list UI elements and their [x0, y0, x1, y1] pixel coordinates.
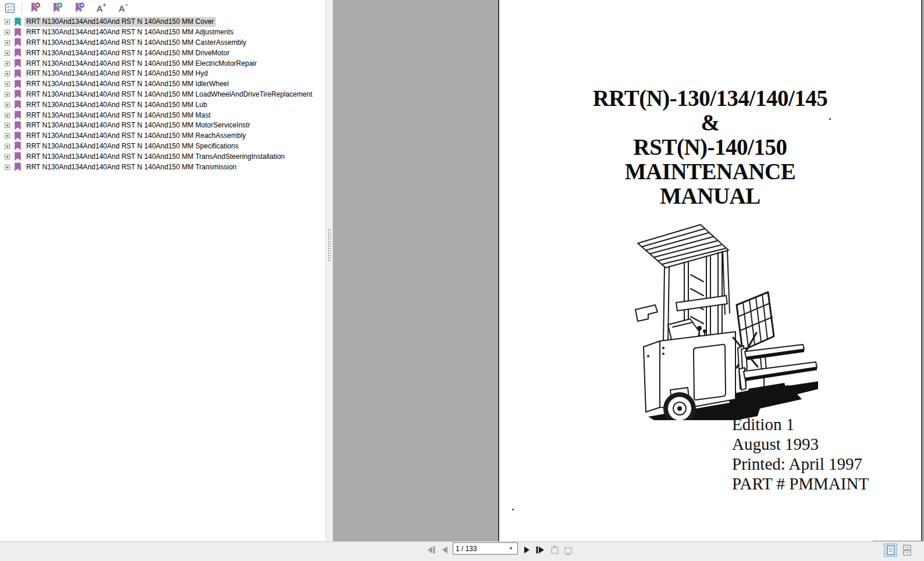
tree-expand-toggle[interactable]: +: [5, 102, 10, 108]
single-page-view-button[interactable]: [884, 544, 897, 557]
tree-expand-toggle[interactable]: +: [5, 165, 10, 170]
bookmark-label: RRT N130And134And140And RST N 140And150 …: [24, 38, 248, 48]
tree-guide: [10, 146, 13, 147]
next-page-button[interactable]: [520, 544, 533, 556]
bookmark-label: RRT N130And134And140And RST N 140And150 …: [24, 141, 240, 151]
tree-expand-toggle[interactable]: +: [5, 154, 10, 159]
bookmark-tree-item[interactable]: + RRT N130And134And140And RST N 140And15…: [0, 110, 325, 120]
bookmark-label: RRT N130And134And140And RST N 140And150 …: [24, 162, 239, 172]
increase-font-icon: A+: [97, 3, 106, 13]
bookmark-tree: + RRT N130And134And140And RST N 140And15…: [0, 17, 325, 541]
add-bookmark-button[interactable]: [49, 1, 65, 15]
bookmark-tree-item[interactable]: + RRT N130And134And140And RST N 140And15…: [0, 120, 325, 131]
bookmark-tree-item[interactable]: + RRT N130And134And140And RST N 140And15…: [0, 141, 325, 152]
document-viewport[interactable]: RRT(N)-130/134/140/145 & RST(N)-140/150 …: [333, 0, 924, 541]
tree-expand-toggle[interactable]: +: [5, 81, 10, 87]
title-line: &: [499, 111, 921, 135]
bookmark-tree-item[interactable]: + RRT N130And134And140And RST N 140And15…: [0, 79, 325, 90]
tree-guide: [10, 42, 13, 43]
bookmark-label: RRT N130And134And140And RST N 140And150 …: [24, 27, 235, 37]
tree-expand-toggle[interactable]: +: [5, 92, 10, 97]
edition-line: Edition 1: [732, 414, 869, 434]
last-page-icon: [535, 545, 545, 555]
tree-expand-toggle[interactable]: +: [5, 40, 10, 45]
bookmark-tree-item[interactable]: + RRT N130And134And140And RST N 140And15…: [0, 69, 325, 79]
page-number-input[interactable]: [453, 544, 507, 553]
bookmark-label: RRT N130And134And140And RST N 140And150 …: [24, 17, 216, 27]
bookmark-label: RRT N130And134And140And RST N 140And150 …: [24, 48, 232, 58]
rotate-right-button[interactable]: [562, 544, 575, 556]
bookmarks-panel: A+ A− + RRT N130And134And140And RST N 14…: [0, 0, 326, 541]
bookmark-icon: [14, 38, 22, 47]
bookmark-icon: [14, 80, 22, 89]
manual-title: RRT(N)-130/134/140/145 & RST(N)-140/150 …: [499, 86, 921, 208]
page-number-combo[interactable]: ▼: [453, 542, 518, 555]
rotate-left-button[interactable]: [548, 544, 561, 556]
delete-bookmark-button[interactable]: [27, 1, 42, 15]
continuous-view-button[interactable]: [900, 544, 914, 557]
tree-guide: [10, 167, 13, 168]
page-speck: [512, 509, 514, 510]
bookmark-icon: [14, 28, 22, 37]
title-line: RRT(N)-130/134/140/145: [499, 86, 921, 111]
single-page-view-icon: [887, 545, 895, 555]
tree-expand-toggle[interactable]: +: [5, 30, 10, 35]
panel-splitter[interactable]: [326, 0, 333, 541]
first-page-icon: [426, 545, 436, 555]
tree-expand-toggle[interactable]: +: [5, 123, 10, 128]
title-line: MAINTENANCE: [499, 159, 921, 184]
bookmark-tree-item[interactable]: + RRT N130And134And140And RST N 140And15…: [0, 58, 325, 69]
document-page: RRT(N)-130/134/140/145 & RST(N)-140/150 …: [498, 0, 921, 541]
increase-font-button[interactable]: A+: [94, 1, 109, 15]
bookmark-tree-item[interactable]: + RRT N130And134And140And RST N 140And15…: [0, 38, 325, 48]
tree-expand-toggle[interactable]: +: [5, 71, 10, 76]
delete-bookmark-icon: [29, 2, 41, 15]
navigation-bar: ▼: [0, 541, 924, 561]
bookmark-icon: [14, 121, 22, 130]
bookmark-icon: [14, 100, 22, 109]
tree-expand-toggle[interactable]: +: [5, 61, 10, 66]
bookmark-label: RRT N130And134And140And RST N 140And150 …: [24, 69, 209, 79]
bookmark-label: RRT N130And134And140And RST N 140And150 …: [24, 79, 230, 89]
bookmark-label: RRT N130And134And140And RST N 140And150 …: [24, 111, 212, 120]
bookmark-tree-item[interactable]: + RRT N130And134And140And RST N 140And15…: [0, 90, 325, 100]
combo-dropdown-icon[interactable]: ▼: [507, 546, 515, 551]
tree-expand-toggle[interactable]: +: [5, 51, 10, 56]
tree-guide: [10, 136, 13, 136]
tree-guide: [10, 63, 13, 64]
tree-expand-toggle[interactable]: +: [5, 133, 10, 139]
previous-page-button[interactable]: [439, 544, 452, 556]
goto-bookmark-button[interactable]: [72, 1, 87, 15]
bookmark-label: RRT N130And134And140And RST N 140And150 …: [24, 90, 314, 100]
panel-options-button[interactable]: [2, 1, 17, 15]
bookmarks-toolbar: A+ A−: [0, 0, 325, 16]
tree-guide: [10, 115, 13, 116]
bookmark-icon: [14, 69, 22, 79]
tree-guide: [10, 22, 13, 22]
bookmark-tree-item[interactable]: + RRT N130And134And140And RST N 140And15…: [0, 100, 325, 110]
bookmark-tree-item[interactable]: + RRT N130And134And140And RST N 140And15…: [0, 27, 325, 38]
bookmark-tree-item[interactable]: + RRT N130And134And140And RST N 140And15…: [0, 17, 325, 27]
bookmark-label: RRT N130And134And140And RST N 140And150 …: [24, 131, 248, 141]
bookmark-icon: [14, 162, 22, 172]
bookmark-tree-item[interactable]: + RRT N130And134And140And RST N 140And15…: [0, 151, 325, 162]
edition-line: August 1993: [732, 434, 869, 454]
edition-line: Printed: April 1997: [732, 454, 869, 474]
tree-expand-toggle[interactable]: +: [5, 113, 10, 118]
bookmark-tree-item[interactable]: + RRT N130And134And140And RST N 140And15…: [0, 162, 325, 172]
tree-guide: [10, 157, 13, 157]
bookmark-icon: [14, 111, 22, 120]
decrease-font-button[interactable]: A−: [116, 1, 131, 15]
tree-guide: [10, 73, 13, 74]
first-page-button[interactable]: [425, 544, 438, 556]
tree-expand-toggle[interactable]: +: [5, 19, 10, 24]
splitter-grip-icon[interactable]: [328, 229, 331, 261]
bookmark-tree-item[interactable]: + RRT N130And134And140And RST N 140And15…: [0, 131, 325, 141]
tree-expand-toggle[interactable]: +: [5, 144, 10, 149]
bookmark-tree-item[interactable]: + RRT N130And134And140And RST N 140And15…: [0, 48, 325, 58]
tree-guide: [10, 94, 13, 95]
bookmark-icon: [14, 132, 22, 141]
previous-page-icon: [440, 545, 450, 555]
last-page-button[interactable]: [534, 544, 546, 556]
decrease-font-icon: A−: [119, 3, 129, 13]
